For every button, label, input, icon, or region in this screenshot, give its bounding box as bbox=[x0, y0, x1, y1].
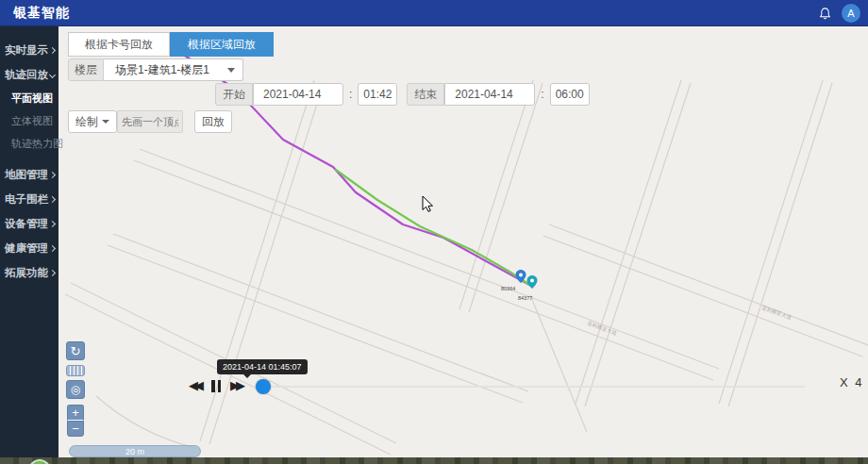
mouse-cursor-icon bbox=[423, 196, 433, 211]
pin-label: 84377 bbox=[518, 295, 532, 301]
sidebar-item-device-management[interactable]: 设备管理 bbox=[0, 211, 58, 236]
floor-select-value: 场景1-建筑1-楼层1 bbox=[115, 62, 209, 78]
locate-icon: ◎ bbox=[71, 383, 80, 396]
tab-by-region[interactable]: 根据区域回放 bbox=[170, 32, 274, 57]
playback-mode-tabs: 根据卡号回放 根据区域回放 bbox=[68, 32, 274, 57]
minus-icon: − bbox=[72, 422, 79, 436]
chevron-right-icon bbox=[49, 220, 56, 226]
sidebar-item-realtime[interactable]: 实时显示 bbox=[0, 38, 58, 62]
map-pin-teal[interactable] bbox=[527, 275, 538, 289]
end-time-input[interactable] bbox=[550, 83, 590, 106]
start-time-input[interactable] bbox=[358, 83, 397, 106]
sidebar-item-label: 轨迹回放 bbox=[5, 68, 48, 82]
draw-controls-row: 绘制 回放 bbox=[68, 110, 232, 133]
map-locate-button[interactable]: ◎ bbox=[66, 380, 85, 399]
bell-icon[interactable] bbox=[818, 7, 832, 21]
chevron-right-icon bbox=[49, 195, 56, 202]
sidebar-item-3d-view[interactable]: 立体视图 bbox=[0, 109, 58, 132]
start-label: 开始 bbox=[215, 83, 253, 106]
sidebar-item-label: 平面视图 bbox=[11, 91, 53, 106]
pin-label: 80364 bbox=[501, 286, 515, 291]
sidebar-item-label: 设备管理 bbox=[5, 217, 48, 231]
sidebar-item-label: 立体视图 bbox=[11, 114, 53, 128]
sidebar-item-extensions[interactable]: 拓展功能 bbox=[0, 260, 58, 285]
sidebar-item-heatmap[interactable]: 轨迹热力图 bbox=[0, 132, 58, 155]
sidebar-item-label: 实时显示 bbox=[5, 43, 48, 58]
rewind-button[interactable]: ◀◀ bbox=[189, 378, 200, 392]
start-date-input[interactable] bbox=[253, 83, 343, 106]
caret-down-icon bbox=[227, 68, 235, 73]
sidebar-item-label: 电子围栏 bbox=[5, 192, 48, 207]
chevron-down-icon bbox=[49, 71, 56, 77]
chevron-right-icon bbox=[49, 244, 56, 251]
sidebar-item-label: 拓展功能 bbox=[5, 266, 48, 280]
sidebar-item-health-management[interactable]: 健康管理 bbox=[0, 236, 58, 260]
map-scale-bar: 20 m bbox=[69, 445, 201, 457]
floor-selector-row: 楼层 场景1-建筑1-楼层1 bbox=[68, 58, 243, 81]
user-avatar[interactable]: A bbox=[842, 4, 860, 23]
end-label: 结束 bbox=[407, 83, 444, 106]
draw-button[interactable]: 绘制 bbox=[68, 110, 117, 133]
street-label: 亚利横亚大道 bbox=[761, 305, 793, 321]
sidebar-item-map-management[interactable]: 地图管理 bbox=[0, 162, 58, 187]
sidebar-item-label: 健康管理 bbox=[5, 241, 48, 256]
time-separator: : bbox=[541, 88, 543, 101]
sidebar-item-geofence[interactable]: 电子围栏 bbox=[0, 187, 58, 211]
fast-forward-button[interactable]: ▶▶ bbox=[230, 378, 242, 392]
sidebar-item-track-playback[interactable]: 轨迹回放 bbox=[0, 62, 58, 87]
replay-button[interactable]: 回放 bbox=[194, 110, 232, 133]
floor-select[interactable]: 场景1-建筑1-楼层1 bbox=[104, 58, 243, 81]
map-roads bbox=[65, 80, 868, 455]
map-measure-button[interactable] bbox=[66, 365, 85, 376]
aerial-imagery-strip bbox=[0, 457, 868, 464]
timeline-tooltip: 2021-04-14 01:45:07 bbox=[217, 359, 308, 374]
draw-button-label: 绘制 bbox=[75, 114, 98, 130]
sidebar-item-label: 轨迹热力图 bbox=[11, 137, 63, 151]
app-window: 银基智能 A 实时显示 轨迹回放 平面视图 立体视图 轨迹热力图 bbox=[0, 0, 868, 464]
tab-by-card[interactable]: 根据卡号回放 bbox=[68, 32, 170, 57]
time-range-row: 开始 : 结束 : bbox=[215, 83, 590, 106]
end-date-input[interactable] bbox=[444, 83, 535, 106]
chevron-right-icon bbox=[49, 171, 56, 177]
chevron-right-icon bbox=[49, 269, 56, 275]
playback-speed-label: X 4 bbox=[840, 375, 864, 389]
plus-icon: + bbox=[72, 406, 79, 420]
sidebar-item-label: 地图管理 bbox=[5, 168, 48, 182]
time-separator: : bbox=[349, 88, 352, 101]
app-title: 银基智能 bbox=[0, 5, 70, 22]
refresh-icon: ↻ bbox=[71, 344, 81, 358]
track-line-green bbox=[336, 170, 531, 286]
draw-hint-input[interactable] bbox=[117, 110, 183, 133]
sidebar-item-plan-view[interactable]: 平面视图 bbox=[0, 87, 58, 109]
pause-button[interactable] bbox=[211, 380, 223, 392]
floor-label: 楼层 bbox=[68, 58, 104, 81]
timeline-handle[interactable] bbox=[256, 379, 271, 394]
map-refresh-button[interactable]: ↻ bbox=[66, 341, 85, 360]
map-viewport[interactable]: 亚科横亚大道 亚利横亚大道 80364 84377 根据卡号回放 根据区域回放 bbox=[58, 26, 868, 457]
map-zoom-in-button[interactable]: + bbox=[67, 405, 84, 421]
timeline-track[interactable] bbox=[253, 386, 805, 388]
chevron-right-icon bbox=[49, 46, 56, 53]
top-header: 银基智能 A bbox=[0, 0, 868, 26]
sidebar-nav: 实时显示 轨迹回放 平面视图 立体视图 轨迹热力图 地图管理 电子围栏 设备管理 bbox=[0, 26, 58, 457]
caret-down-icon bbox=[102, 120, 109, 124]
map-zoom-out-button[interactable]: − bbox=[67, 421, 84, 437]
